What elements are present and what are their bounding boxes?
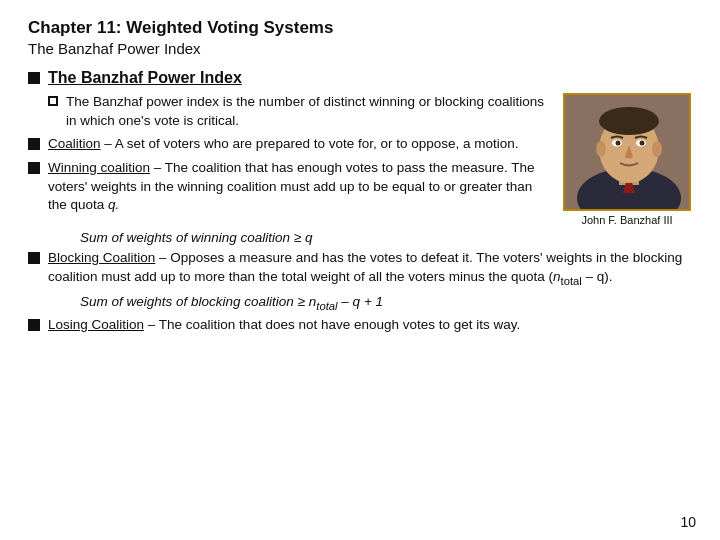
- content-area: The Banzhaf Power Index The Banzhaf powe…: [28, 69, 692, 340]
- winning-label: Winning coalition: [48, 160, 150, 175]
- losing-label: Losing Coalition: [48, 317, 144, 332]
- formula-blocking-text: Sum of weights of blocking coalition: [80, 294, 294, 309]
- sub-bullet-banzhaf: The Banzhaf power index is the number of…: [48, 93, 552, 131]
- top-row: The Banzhaf power index is the number of…: [28, 93, 692, 226]
- formula-winning: Sum of weights of winning coalition ≥ q: [80, 230, 692, 245]
- photo-caption: John F. Banzhaf III: [581, 214, 672, 226]
- svg-point-11: [640, 141, 645, 146]
- section-heading-text: The Banzhaf Power Index: [48, 69, 242, 87]
- bullet-losing: Losing Coalition – The coalition that do…: [28, 316, 692, 335]
- coalition-rest: – A set of voters who are prepared to vo…: [101, 136, 519, 151]
- photo-box: John F. Banzhaf III: [562, 93, 692, 226]
- winning-q: q.: [108, 197, 119, 212]
- bullet-coalition-icon: [28, 138, 40, 150]
- coalition-label: Coalition: [48, 136, 101, 151]
- sub-bullet-banzhaf-text: The Banzhaf power index is the number of…: [66, 93, 552, 131]
- chapter-subtitle: The Banzhaf Power Index: [28, 40, 692, 57]
- bullet-blocking-icon: [28, 252, 40, 264]
- losing-rest: – The coalition that does not have enoug…: [144, 317, 520, 332]
- formula-winning-q: q: [301, 230, 312, 245]
- section-heading: The Banzhaf Power Index: [28, 69, 692, 87]
- formula-blocking-sub: total: [316, 300, 337, 312]
- bullet-square-icon: [28, 72, 40, 84]
- bullet-winning: Winning coalition – The coalition that h…: [28, 159, 552, 216]
- svg-point-7: [652, 141, 662, 157]
- svg-point-10: [616, 141, 621, 146]
- formula-winning-text: Sum of weights of winning coalition: [80, 230, 290, 245]
- bullet-coalition: Coalition – A set of voters who are prep…: [28, 135, 552, 154]
- bullet-losing-text: Losing Coalition – The coalition that do…: [48, 316, 520, 335]
- blocking-end: – q).: [582, 269, 613, 284]
- bullet-winning-text: Winning coalition – The coalition that h…: [48, 159, 552, 216]
- bullet-coalition-text: Coalition – A set of voters who are prep…: [48, 135, 519, 154]
- bullet-blocking: Blocking Coalition – Opposes a measure a…: [28, 249, 692, 289]
- bullet-losing-icon: [28, 319, 40, 331]
- page-number: 10: [680, 514, 696, 530]
- banzhaf-photo: [563, 93, 691, 211]
- sub-bullet-sq-icon: [48, 96, 58, 106]
- formula-blocking: Sum of weights of blocking coalition ≥ n…: [80, 294, 692, 312]
- formula-blocking-symbol: ≥: [298, 294, 305, 309]
- blocking-label: Blocking Coalition: [48, 250, 155, 265]
- blocking-total-sub: total: [561, 275, 582, 287]
- svg-point-5: [599, 107, 659, 135]
- formula-blocking-minus: – q + 1: [338, 294, 383, 309]
- blocking-n: n: [553, 269, 561, 284]
- svg-point-6: [596, 141, 606, 157]
- bullet-winning-icon: [28, 162, 40, 174]
- chapter-title: Chapter 11: Weighted Voting Systems: [28, 18, 692, 38]
- top-left-content: The Banzhaf power index is the number of…: [28, 93, 562, 220]
- slide: Chapter 11: Weighted Voting Systems The …: [0, 0, 720, 540]
- bullet-blocking-text: Blocking Coalition – Opposes a measure a…: [48, 249, 692, 289]
